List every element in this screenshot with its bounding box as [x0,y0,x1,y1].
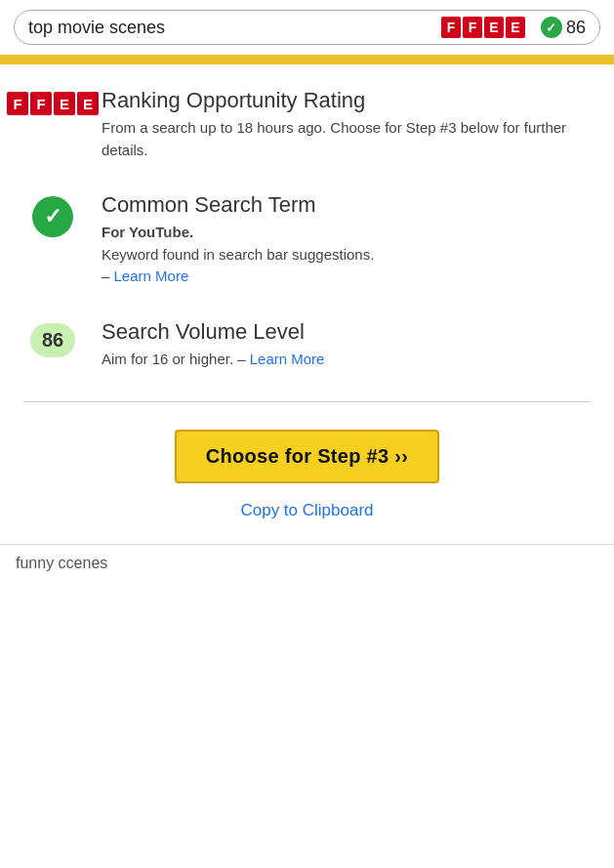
ffee-badge-search: F F E E [441,17,525,38]
common-search-check-icon: ✓ [32,196,73,237]
search-bar: top movie scenes F F E E ✓ 86 [14,10,600,45]
bottom-partial: funny ccenes [0,544,614,582]
score-badge: 86 [30,323,75,357]
ffee-badge-large: F F E E [7,92,99,115]
ffee-letter-2: F [463,17,482,38]
learn-more-prefix-1: – [102,268,114,284]
learn-more-link-1[interactable]: Learn More [114,268,189,284]
search-volume-text: Search Volume Level Aim for 16 or higher… [102,319,591,371]
section-divider [23,401,591,402]
common-search-body: For YouTube. Keyword found in search bar… [102,222,591,288]
main-content: F F E E Ranking Opportunity Rating From … [0,64,614,544]
search-text: top movie scenes [28,18,431,38]
search-volume-text-content: Aim for 16 or higher. – [102,351,246,367]
search-volume-body: Aim for 16 or higher. – Learn More [102,349,591,371]
button-row: Choose for Step #3 ›› Copy to Clipboard [23,430,591,544]
search-score: 86 [566,18,586,38]
large-e1: E [54,92,75,115]
learn-more-link-2[interactable]: Learn More [250,351,325,367]
ranking-section: F F E E Ranking Opportunity Rating From … [23,88,591,161]
ranking-body: From a search up to 18 hours ago. Choose… [102,117,591,161]
ranking-title: Ranking Opportunity Rating [102,88,591,113]
ranking-text: Ranking Opportunity Rating From a search… [102,88,591,161]
common-search-section: ✓ Common Search Term For YouTube. Keywor… [23,192,591,288]
choose-step3-button[interactable]: Choose for Step #3 ›› [175,430,439,483]
large-f1: F [7,92,28,115]
ranking-icon-col: F F E E [23,88,82,115]
common-search-title: Common Search Term [102,192,591,218]
common-search-text: Common Search Term For YouTube. Keyword … [102,192,591,288]
ffee-letter-1: F [441,17,461,38]
bottom-partial-text: funny ccenes [16,555,107,571]
copy-clipboard-link[interactable]: Copy to Clipboard [240,501,373,520]
search-volume-title: Search Volume Level [102,319,591,345]
search-volume-section: 86 Search Volume Level Aim for 16 or hig… [23,319,591,371]
search-bar-container: top movie scenes F F E E ✓ 86 [0,0,614,59]
large-e2: E [77,92,99,115]
common-search-bold: For YouTube. [102,224,193,240]
large-f2: F [30,92,52,115]
check-score: ✓ 86 [541,17,586,38]
ffee-letter-3: E [484,17,504,38]
search-volume-icon-col: 86 [23,319,82,357]
common-search-icon-col: ✓ [23,192,82,237]
search-check-icon: ✓ [541,17,562,38]
ffee-letter-4: E [506,17,525,38]
common-search-text-content: Keyword found in search bar suggestions. [102,246,374,263]
